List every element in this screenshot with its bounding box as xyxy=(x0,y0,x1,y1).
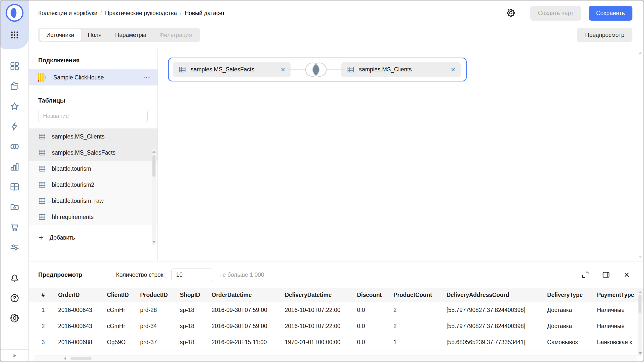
sidebar-services-sliders-icon[interactable] xyxy=(10,242,20,252)
column-header[interactable]: DeliveryAddressCoord xyxy=(447,292,547,298)
expand-preview-icon[interactable] xyxy=(581,270,590,280)
apps-grid-icon[interactable] xyxy=(10,31,19,39)
canvas-scrollbar[interactable] xyxy=(638,51,642,259)
source-chip-clients[interactable]: samples.MS_Clients × xyxy=(341,62,461,77)
sidebar-datasets-table-icon[interactable] xyxy=(10,182,20,192)
remove-source-icon[interactable]: × xyxy=(277,66,285,73)
table-icon xyxy=(38,197,46,205)
table-icon xyxy=(38,133,46,140)
preview-table-header: #OrderIDClientIDProductIDShopIDOrderDate… xyxy=(29,288,643,302)
tab-Фильтрация[interactable]: Фильтрация xyxy=(153,29,199,41)
table-cell: 2016-09-28T15:11:00 xyxy=(212,339,285,346)
dataset-settings-gear-icon[interactable] xyxy=(506,8,516,18)
scrollbar-thumb[interactable] xyxy=(70,357,92,360)
preview-title: Предпросмотр xyxy=(38,271,82,278)
preview-v-scrollbar[interactable] xyxy=(638,289,642,356)
source-chip-salesfacts[interactable]: samples.MS_SalesFacts × xyxy=(173,62,291,77)
save-button[interactable]: Сохранить xyxy=(589,6,632,21)
table-icon xyxy=(38,165,46,172)
sidebar-connections-venn-icon[interactable] xyxy=(10,142,20,152)
sidebar-collections-icon[interactable] xyxy=(10,81,20,91)
tables-title: Таблицы xyxy=(29,97,157,104)
add-table-button[interactable]: + Добавить xyxy=(29,231,75,245)
column-header[interactable]: OrderDatetime xyxy=(212,292,285,298)
sidebar-tiles-icon[interactable] xyxy=(10,61,20,71)
row-count-input[interactable] xyxy=(171,268,212,281)
sidebar-favorites-icon[interactable] xyxy=(10,101,20,111)
preview-toggle-button[interactable]: Предпросмотр xyxy=(577,28,632,42)
sidebar-bar-chart-icon[interactable] xyxy=(10,162,20,172)
column-header[interactable]: ShopID xyxy=(180,292,212,298)
table-cell: [55.680565239,37.773353441] xyxy=(447,339,547,346)
table-cell: Og59O xyxy=(107,339,140,346)
column-header[interactable]: DeliveryDatetime xyxy=(285,292,357,298)
table-cell: 2016-000688 xyxy=(58,339,107,346)
column-header[interactable]: PaymentType xyxy=(597,292,643,298)
sidebar-help-icon[interactable] xyxy=(10,293,20,303)
inner-join-venn-icon[interactable] xyxy=(304,61,328,78)
create-chart-button[interactable]: Создать чарт xyxy=(530,6,581,21)
table-list-item[interactable]: hh.requirements xyxy=(29,209,157,225)
scroll-up-icon[interactable] xyxy=(638,291,642,293)
scroll-down-icon[interactable] xyxy=(638,256,642,258)
datalens-logo-icon[interactable] xyxy=(6,4,24,22)
sidebar-nav xyxy=(1,61,29,252)
scrollbar-thumb[interactable] xyxy=(638,295,641,313)
tab-Источники[interactable]: Источники xyxy=(39,29,81,41)
join-group: samples.MS_SalesFacts × samples.MS_Clien… xyxy=(168,58,467,81)
top-bar: Коллекции и воркбуки/Практические руково… xyxy=(29,1,643,26)
scroll-up-icon[interactable] xyxy=(638,52,642,54)
preview-h-scrollbar[interactable] xyxy=(34,355,637,361)
column-header[interactable]: ProductCount xyxy=(393,292,447,298)
column-header[interactable]: ClientID xyxy=(107,292,140,298)
scroll-up-icon[interactable] xyxy=(152,151,156,153)
table-cell: [55.797790827,37.824400398] xyxy=(447,307,547,313)
table-cell: 3 xyxy=(42,339,58,346)
column-header[interactable]: DeliveryType xyxy=(547,292,597,298)
column-header[interactable]: OrderID xyxy=(58,292,107,298)
plus-icon: + xyxy=(39,234,44,242)
breadcrumb-item[interactable]: Коллекции и воркбуки xyxy=(38,10,97,17)
tab-Параметры[interactable]: Параметры xyxy=(108,29,153,41)
remove-source-icon[interactable]: × xyxy=(447,66,455,73)
column-header[interactable]: ProductID xyxy=(140,292,180,298)
preview-table-body: 12016-000643cGmHrprd-28sp-182016-09-30T0… xyxy=(29,302,643,350)
table-cell: 2 xyxy=(393,323,447,330)
table-list-item[interactable]: samples.MS_Clients xyxy=(29,128,157,145)
table-list-item[interactable]: bibattle.tourism_raw xyxy=(29,193,157,209)
column-header[interactable]: Discount xyxy=(357,292,393,298)
sidebar-expand-button[interactable] xyxy=(1,349,28,361)
scrollbar-thumb[interactable] xyxy=(152,155,155,177)
table-cell: 1970-01-01T00:00:00 xyxy=(285,339,357,346)
table-list-item[interactable]: bibattle.tourism2 xyxy=(29,177,157,193)
breadcrumb-item[interactable]: Новый датасет xyxy=(185,10,225,17)
split-view-icon[interactable] xyxy=(601,270,611,280)
scroll-down-icon[interactable] xyxy=(152,241,156,243)
table-list-item[interactable]: bibattle.tourism xyxy=(29,161,157,177)
sidebar-gear-icon[interactable] xyxy=(10,313,20,323)
top-bar-actions: Создать чарт Сохранить xyxy=(506,6,632,21)
table-cell: 2016-10-10T07:22:00 xyxy=(285,307,357,313)
table-search-input[interactable] xyxy=(38,110,148,122)
connection-name: Sample ClickHouse xyxy=(53,74,142,81)
tab-Поля[interactable]: Поля xyxy=(81,29,108,41)
sidebar-bell-icon[interactable] xyxy=(10,273,20,283)
scroll-down-icon[interactable] xyxy=(638,352,642,354)
table-cell: 2016-09-30T07:59:00 xyxy=(212,323,285,330)
sidebar-storage-folder-icon[interactable] xyxy=(10,202,20,212)
table-cell: 2016-10-10T07:22:00 xyxy=(285,323,357,330)
close-preview-icon[interactable]: × xyxy=(622,270,631,280)
connection-more-icon[interactable]: ⋯ xyxy=(142,74,151,81)
table-cell: 2 xyxy=(393,307,447,313)
table-cell: 0.0 xyxy=(357,339,393,346)
sidebar-lightning-icon[interactable] xyxy=(10,121,20,131)
table-row: 12016-000643cGmHrprd-28sp-182016-09-30T0… xyxy=(29,302,643,318)
table-list-item[interactable]: samples.MS_SalesFacts xyxy=(29,145,157,161)
connection-item[interactable]: Sample ClickHouse ⋯ xyxy=(29,69,157,85)
column-header[interactable]: # xyxy=(42,292,58,298)
tables-list-scrollbar[interactable] xyxy=(152,149,156,245)
table-cell: 0.0 xyxy=(357,323,393,330)
sidebar-marketplace-cart-icon[interactable] xyxy=(10,222,20,232)
breadcrumb-item[interactable]: Практические руководства xyxy=(105,10,177,17)
scroll-left-icon[interactable] xyxy=(64,356,66,360)
